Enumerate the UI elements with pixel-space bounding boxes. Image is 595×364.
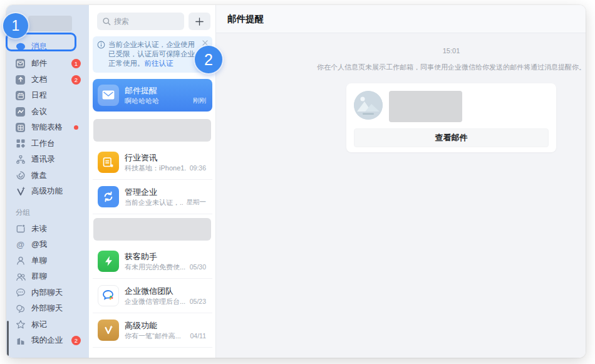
sidebar-item-my-company[interactable]: 我的企业 2: [6, 333, 89, 349]
sidebar-item-smart-table[interactable]: 智能表格: [6, 120, 89, 136]
group-section-label: 分组: [16, 208, 89, 217]
smart-table-icon: [15, 122, 26, 133]
chat-text: 获客助手 有未用完的免费使...05/30: [125, 251, 206, 272]
search-row: [97, 13, 210, 30]
sidebar-item-advanced[interactable]: 高级功能: [6, 184, 89, 200]
sidebar-item-external-chats[interactable]: 外部聊天: [6, 301, 89, 317]
mention-icon: @: [15, 239, 26, 250]
manage-company-avatar-icon: [98, 186, 119, 207]
docs-icon: [15, 75, 26, 85]
chat-item-wecom-team[interactable]: 企业微信团队 企业微信管理后台...05/23: [93, 279, 212, 313]
person-icon: [15, 256, 26, 266]
sidebar-item-label: 内部聊天: [31, 288, 63, 298]
industry-news-avatar-icon: [98, 152, 119, 173]
wecom-window: 消息 邮件 1 文档 2 日程 会议: [6, 5, 586, 358]
verification-banner: 当前企业未认证，企业使用已受限，认证后可保障企业正常使用。前往认证: [93, 36, 212, 73]
chat-preview: 有未用完的免费使...: [125, 263, 186, 272]
sidebar-item-meeting[interactable]: 会议: [6, 104, 89, 120]
sidebar: 消息 邮件 1 文档 2 日程 会议: [6, 5, 89, 358]
sidebar-item-docs[interactable]: 文档 2: [6, 72, 89, 88]
profile-name-placeholder: [28, 16, 72, 31]
chat-item-mail-reminder[interactable]: 邮件提醒 啊哈哈哈哈刚刚: [93, 79, 212, 112]
mail-reminder-avatar-icon: [98, 85, 119, 106]
mail-sender-row: [354, 91, 549, 122]
advanced-icon: [15, 186, 26, 197]
close-icon[interactable]: [202, 40, 208, 46]
sidebar-item-drive[interactable]: 微盘: [6, 168, 89, 184]
annotation-step-1: 1: [3, 13, 28, 38]
chat-text: 邮件提醒 啊哈哈哈哈刚刚: [125, 85, 206, 106]
company-icon: [15, 335, 26, 346]
unread-icon: [15, 224, 26, 234]
sidebar-item-starred[interactable]: 标记: [6, 317, 89, 333]
plus-icon: [195, 18, 204, 26]
chat-name: 获客助手: [125, 252, 157, 261]
sidebar-item-label: 高级功能: [31, 186, 63, 197]
sidebar-item-label: 标记: [31, 320, 47, 330]
lead-assistant-avatar-icon: [98, 251, 119, 272]
sidebar-item-contacts[interactable]: 通讯录: [6, 152, 89, 168]
chat-time: 刚刚: [193, 96, 206, 105]
sidebar-item-workbench[interactable]: 工作台: [6, 136, 89, 152]
chat-bubble-icon: [15, 41, 26, 52]
add-button[interactable]: [189, 13, 210, 30]
chat-preview: 当前企业未认证，...: [125, 198, 183, 207]
sidebar-item-mail[interactable]: 邮件 1: [6, 56, 89, 72]
chat-name: 企业微信团队: [125, 286, 173, 296]
chat-item-advanced-features[interactable]: 高级功能 你有一笔“邮件高...04/11: [93, 313, 212, 348]
chat-preview: 啊哈哈哈哈: [125, 96, 189, 106]
chat-text: 高级功能 你有一笔“邮件高...04/11: [125, 320, 206, 341]
chat-preview: 企业微信管理后台...: [125, 297, 186, 306]
sidebar-item-label: 我的企业: [31, 335, 63, 346]
sidebar-scrollbar[interactable]: [7, 321, 9, 356]
conversation-title: 邮件提醒: [227, 13, 264, 25]
banner-text: 当前企业未认证，企业使用已受限，认证后可保障企业正常使用。前往认证: [108, 40, 200, 69]
smart-table-unread-dot: [74, 125, 78, 130]
conversation-body: 15:01 你在个人信息页未展示工作邮箱，同事使用企业微信给你发送的邮件将通过消…: [216, 33, 586, 358]
message-column: 15:01 你在个人信息页未展示工作邮箱，同事使用企业微信给你发送的邮件将通过消…: [346, 47, 556, 152]
sidebar-item-label: @我: [31, 239, 47, 250]
conversation-header: 邮件提醒: [216, 5, 586, 33]
drive-icon: [15, 170, 26, 181]
system-message: 你在个人信息页未展示工作邮箱，同事使用企业微信给你发送的邮件将通过消息提醒你。: [346, 63, 556, 72]
chat-item-lead-assistant[interactable]: 获客助手 有未用完的免费使...05/30: [93, 244, 212, 279]
redacted-chat-placeholder: [93, 218, 211, 241]
search-input[interactable]: [114, 17, 179, 26]
sidebar-item-label: 消息: [31, 41, 47, 52]
info-icon: [97, 40, 105, 69]
chat-time: 星期一: [187, 198, 207, 207]
sidebar-item-internal-chats[interactable]: 内部聊天: [6, 285, 89, 301]
sidebar-item-calendar[interactable]: 日程: [6, 88, 89, 104]
annotation-step-2: 2: [195, 46, 222, 73]
sidebar-item-direct-chats[interactable]: 单聊: [6, 253, 89, 269]
view-mail-button[interactable]: 查看邮件: [354, 128, 549, 147]
chat-text: 管理企业 当前企业未认证，...星期一: [125, 186, 206, 207]
sidebar-item-label: 外部聊天: [31, 303, 63, 314]
sidebar-item-label: 工作台: [31, 138, 55, 149]
redacted-mail-subject: [389, 91, 462, 122]
chat-preview: 你有一笔“邮件高...: [125, 331, 187, 341]
chat-time: 05/30: [190, 263, 206, 271]
sidebar-item-unread[interactable]: 未读: [6, 221, 89, 237]
sidebar-item-messages[interactable]: 消息: [6, 38, 89, 56]
search-input-box[interactable]: [97, 13, 184, 30]
sidebar-item-group-chats[interactable]: 群聊: [6, 269, 89, 285]
chat-item-industry-news[interactable]: 行业资讯 科技基地：iPhone1...09:36: [93, 145, 212, 180]
chat-name: 高级功能: [125, 321, 157, 330]
external-chat-icon: [15, 303, 26, 314]
sidebar-item-mentions[interactable]: @ @我: [6, 237, 89, 253]
my-company-badge: 2: [71, 336, 81, 345]
mail-icon: [15, 58, 26, 69]
sidebar-item-label: 邮件: [31, 58, 47, 69]
sidebar-item-label: 日程: [31, 90, 47, 101]
verify-now-link[interactable]: 前往认证: [145, 60, 173, 67]
chat-item-manage-company[interactable]: 管理企业 当前企业未认证，...星期一: [93, 180, 212, 214]
meeting-icon: [15, 107, 26, 117]
chat-preview: 科技基地：iPhone1...: [125, 164, 186, 173]
docs-badge: 2: [71, 75, 81, 85]
sidebar-item-label: 文档: [31, 75, 47, 85]
sidebar-item-label: 单聊: [31, 256, 47, 266]
people-icon: [15, 271, 26, 282]
chat-text: 行业资讯 科技基地：iPhone1...09:36: [125, 152, 206, 173]
advanced-features-avatar-icon: [98, 320, 119, 341]
